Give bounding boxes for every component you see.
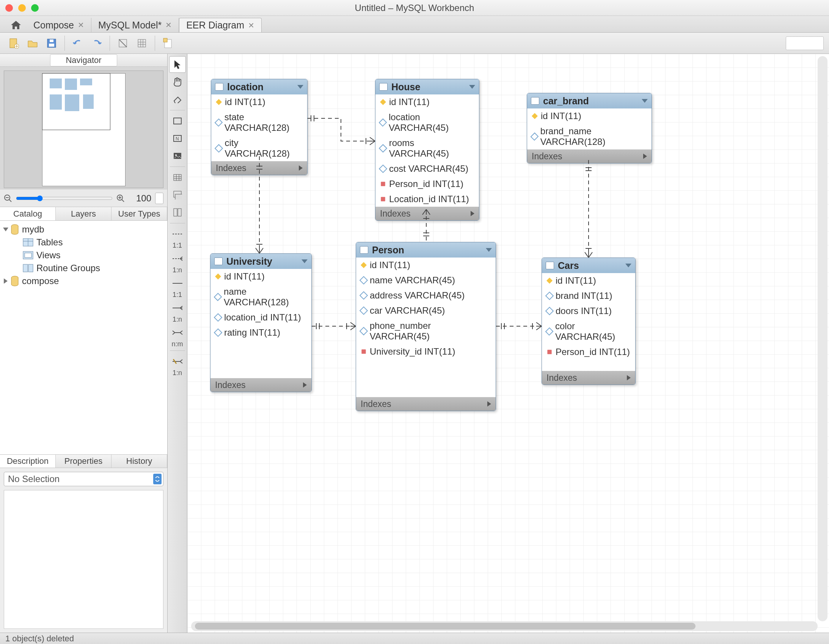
search-input[interactable] [786, 36, 824, 50]
svg-rect-43 [178, 208, 181, 216]
tab-history[interactable]: History [112, 455, 167, 468]
titlebar: Untitled – MySQL Workbench [0, 0, 829, 16]
table-icon [546, 262, 554, 269]
eraser-tool[interactable] [169, 91, 186, 108]
svg-text:N: N [176, 136, 179, 142]
tab-description[interactable]: Description [0, 455, 56, 468]
tab-catalog[interactable]: Catalog [0, 207, 56, 220]
view-tool[interactable] [169, 186, 186, 203]
new-file-button[interactable] [5, 36, 22, 51]
new-document-button[interactable] [160, 36, 177, 51]
vertical-scrollbar[interactable] [818, 56, 827, 621]
chevron-down-icon[interactable] [469, 85, 475, 89]
minimap[interactable] [4, 71, 164, 188]
chevron-down-icon[interactable] [641, 99, 648, 103]
close-icon[interactable]: ✕ [165, 21, 172, 30]
column-icon [379, 118, 387, 127]
tree-routine-groups[interactable]: Routine Groups [2, 262, 166, 275]
disclosure-icon[interactable] [4, 278, 8, 284]
pointer-tool[interactable] [169, 56, 186, 73]
tree-views[interactable]: Views [2, 249, 166, 262]
image-icon [173, 152, 182, 160]
rel-existing-cols-tool[interactable] [169, 353, 186, 370]
chevron-down-icon[interactable] [486, 248, 492, 252]
table-tool[interactable] [169, 169, 186, 186]
close-icon[interactable]: ✕ [248, 21, 254, 30]
toggle-grid-align-button[interactable] [134, 36, 150, 51]
entity-columns: id INT(11)state VARCHAR(128)city VARCHAR… [211, 95, 307, 161]
home-tab[interactable] [5, 18, 27, 32]
entity-indexes[interactable]: Indexes [527, 150, 651, 163]
column-icon [214, 293, 222, 301]
layer-tool[interactable] [169, 113, 186, 129]
tree-label: mydb [22, 224, 44, 235]
rel-1-n-nonident-tool[interactable] [169, 250, 186, 267]
image-tool[interactable] [169, 148, 186, 164]
tab-mysql-model[interactable]: MySQL Model* ✕ [91, 18, 179, 32]
entity-indexes[interactable]: Indexes [375, 207, 479, 220]
entity-indexes[interactable]: Indexes [210, 378, 311, 392]
toggle-grid-button[interactable] [115, 36, 131, 51]
redo-button[interactable] [88, 36, 105, 51]
rel-icon [172, 305, 183, 311]
column-row: rating INT(11) [210, 325, 311, 340]
rel-label: 1:n [173, 266, 182, 274]
tree-db-compose[interactable]: compose [2, 275, 166, 287]
zoom-in-icon[interactable] [117, 194, 125, 202]
close-icon[interactable]: ✕ [78, 21, 84, 30]
foreign-key-icon [379, 195, 388, 204]
chevron-down-icon[interactable] [625, 264, 631, 267]
zoom-stepper[interactable] [155, 193, 164, 204]
primary-key-icon [215, 273, 221, 279]
entity-indexes[interactable]: Indexes [356, 397, 496, 411]
hand-tool[interactable] [169, 74, 186, 90]
entity-location[interactable]: location id INT(11)state VARCHAR(128)cit… [211, 79, 307, 175]
undo-button[interactable] [69, 36, 86, 51]
zoom-out-icon[interactable] [4, 194, 12, 202]
eer-canvas[interactable]: location id INT(11)state VARCHAR(128)cit… [188, 54, 829, 633]
rel-1-1-ident-tool[interactable] [169, 275, 186, 292]
tree-db-mydb[interactable]: mydb [2, 223, 166, 236]
zoom-slider[interactable] [16, 195, 113, 201]
entity-indexes[interactable]: Indexes [542, 371, 635, 385]
selection-label: No Selection [8, 474, 60, 484]
column-text: cost VARCHAR(45) [389, 163, 468, 174]
tree-tables[interactable]: Tables [2, 236, 166, 249]
rel-1-n-ident-tool[interactable] [169, 300, 186, 316]
entity-cars[interactable]: Cars id INT(11)brand INT(11)doors INT(11… [542, 257, 635, 385]
column-icon [545, 292, 554, 300]
chevron-down-icon[interactable] [297, 85, 303, 89]
entity-person[interactable]: Person id INT(11)name VARCHAR(45)address… [356, 242, 496, 411]
rel-label: 1:1 [173, 242, 182, 249]
tree-label: Tables [36, 237, 63, 248]
svg-rect-30 [174, 118, 181, 124]
tab-eer-diagram[interactable]: EER Diagram ✕ [179, 18, 262, 32]
primary-key-icon [361, 262, 367, 268]
column-row: id INT(11) [210, 269, 311, 284]
rel-1-1-nonident-tool[interactable] [169, 226, 186, 242]
column-text: doors INT(11) [556, 306, 612, 316]
routine-tool[interactable] [169, 204, 186, 221]
tab-properties[interactable]: Properties [56, 455, 112, 468]
catalog-tree[interactable]: mydb Tables Views Routine Groups compose [0, 221, 167, 455]
horizontal-scrollbar[interactable] [191, 621, 818, 631]
open-file-button[interactable] [24, 36, 41, 51]
entity-columns: id INT(11)location VARCHAR(45)rooms VARC… [375, 95, 479, 207]
tab-compose[interactable]: Compose ✕ [27, 18, 91, 32]
column-icon [545, 307, 554, 316]
view-icon [173, 190, 182, 199]
save-button[interactable] [43, 36, 60, 51]
entity-university[interactable]: University id INT(11)name VARCHAR(128)lo… [210, 253, 312, 392]
selection-combo[interactable]: No Selection [4, 472, 164, 486]
entity-house[interactable]: House id INT(11)location VARCHAR(45)room… [375, 79, 479, 221]
description-textarea[interactable] [4, 490, 164, 629]
column-text: id INT(11) [224, 271, 265, 282]
rel-n-m-tool[interactable] [169, 324, 186, 341]
tab-layers[interactable]: Layers [56, 207, 112, 220]
entity-car-brand[interactable]: car_brand id INT(11)brand_name VARCHAR(1… [527, 93, 652, 163]
chevron-down-icon[interactable] [301, 259, 307, 263]
entity-indexes[interactable]: Indexes [211, 161, 307, 175]
note-tool[interactable]: N [169, 130, 186, 147]
tab-user-types[interactable]: User Types [112, 207, 167, 220]
disclosure-icon[interactable] [3, 227, 8, 231]
